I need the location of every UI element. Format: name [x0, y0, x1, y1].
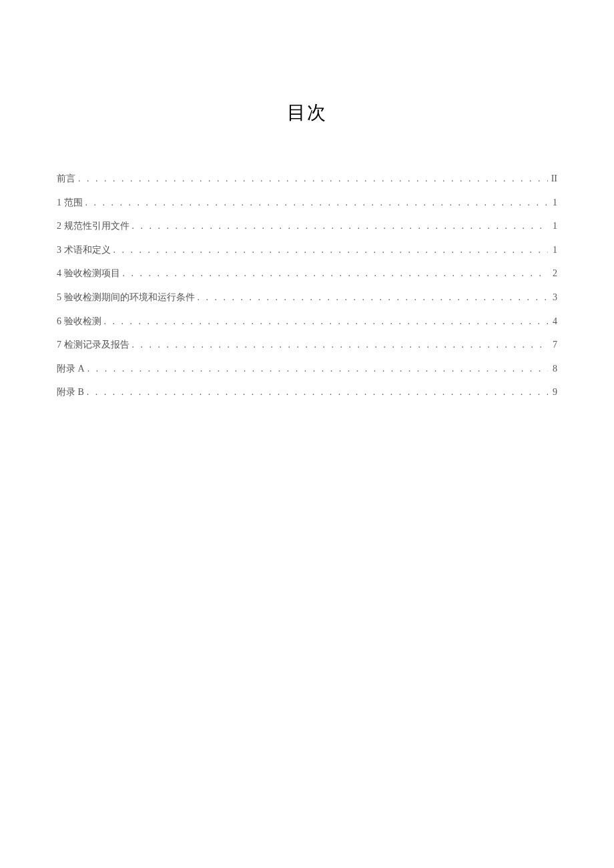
toc-page-number: 1	[548, 196, 557, 209]
toc-leader-dots	[129, 220, 549, 233]
toc-entry: 2 规范性引用文件 1	[57, 220, 557, 233]
toc-label: 6 验收检测	[57, 315, 101, 328]
toc-entry: 7 检测记录及报告 7	[57, 338, 557, 352]
toc-entry: 6 验收检测 4	[57, 315, 557, 328]
toc-label: 5 验收检测期间的环境和运行条件	[57, 291, 195, 304]
toc-leader-dots	[83, 196, 549, 209]
toc-leader-dots	[129, 338, 549, 352]
toc-entry: 5 验收检测期间的环境和运行条件 3	[57, 291, 557, 304]
toc-label: 附录 B	[57, 386, 84, 399]
toc-leader-dots	[85, 362, 548, 376]
toc-entry: 前言 II	[57, 172, 557, 185]
toc-label: 2 规范性引用文件	[57, 220, 129, 233]
toc-label: 7 检测记录及报告	[57, 338, 129, 352]
toc-leader-dots	[75, 172, 548, 185]
toc-label: 1 范围	[57, 196, 83, 209]
toc-page-number: 3	[548, 291, 557, 304]
toc-page-number: 2	[548, 267, 557, 280]
toc-page-number: 7	[548, 338, 557, 352]
toc-leader-dots	[120, 267, 549, 280]
toc-entry: 4 验收检测项目 2	[57, 267, 557, 280]
toc-page-number: 1	[548, 244, 557, 257]
toc-label: 附录 A	[57, 362, 85, 376]
toc-entry: 1 范围 1	[57, 196, 557, 209]
toc-page-number: 8	[548, 362, 557, 376]
toc-page-number: II	[548, 172, 557, 185]
toc-entry: 3 术语和定义 1	[57, 244, 557, 257]
toc-label: 4 验收检测项目	[57, 267, 120, 280]
toc-leader-dots	[84, 386, 548, 399]
toc-leader-dots	[101, 315, 549, 328]
toc-entry: 附录 B 9	[57, 386, 557, 399]
toc-leader-dots	[195, 291, 549, 304]
toc-page-number: 9	[548, 386, 557, 399]
table-of-contents: 前言 II 1 范围 1 2 规范性引用文件 1 3 术语和定义 1 4 验收检…	[57, 172, 557, 399]
toc-page-number: 1	[548, 220, 557, 233]
page-title: 目次	[57, 100, 557, 125]
toc-leader-dots	[111, 244, 549, 257]
toc-label: 前言	[57, 172, 75, 185]
toc-page-number: 4	[548, 315, 557, 328]
toc-label: 3 术语和定义	[57, 244, 111, 257]
toc-entry: 附录 A 8	[57, 362, 557, 376]
